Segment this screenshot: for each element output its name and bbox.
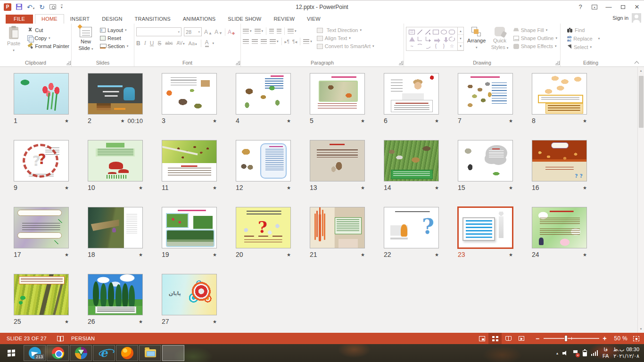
shape-star-icon[interactable]: ☆ [449, 44, 455, 49]
shape-pie-icon[interactable] [449, 37, 455, 41]
minimize-button[interactable]: — [602, 0, 616, 13]
shape-triangle-icon[interactable] [409, 37, 415, 41]
undo-button[interactable]: ↶▾ [27, 3, 34, 11]
shapes-scroll-up-icon[interactable]: ▲ [458, 27, 463, 35]
increase-indent-button[interactable] [277, 29, 281, 34]
font-dialog-launcher-icon[interactable] [236, 61, 240, 65]
find-button[interactable]: Find [567, 27, 600, 33]
slide-thumbnail-18[interactable] [88, 207, 143, 248]
shape-fill-button[interactable]: Shape Fill▾ [513, 27, 557, 33]
layout-button[interactable]: Layout▾ [100, 27, 128, 33]
save-icon[interactable] [16, 4, 22, 10]
slide-thumbnail-12[interactable] [236, 140, 291, 181]
reset-button[interactable]: Reset [100, 35, 128, 41]
shape-brace-right-icon[interactable]: } [441, 44, 447, 49]
text-direction-button[interactable]: Text Direction▾ [317, 27, 374, 33]
animation-star-icon[interactable]: ★ [287, 185, 291, 190]
arrange-button[interactable]: Arrange▾ [466, 25, 487, 50]
cut-button[interactable]: Cut [27, 27, 69, 33]
scrollbar-thumb[interactable] [639, 76, 644, 128]
slide-thumbnail-9[interactable] [14, 140, 69, 181]
font-color-dropdown-icon[interactable]: ▾ [213, 41, 215, 45]
animation-star-icon[interactable]: ★ [65, 118, 69, 123]
help-button[interactable]: ? [573, 0, 587, 13]
shape-brace-left-icon[interactable]: { [433, 44, 439, 49]
slide-thumbnail-1[interactable] [14, 73, 69, 115]
taskbar-app-idm[interactable] [70, 345, 92, 361]
left-to-right-button[interactable]: ▸¶ [285, 39, 289, 44]
character-spacing-button[interactable]: AV▾ [176, 41, 184, 46]
scroll-down-icon[interactable]: ▾ [640, 325, 642, 333]
start-from-beginning-icon[interactable] [50, 4, 56, 9]
close-button[interactable]: × [630, 0, 644, 13]
copy-button[interactable]: Copy▾ [27, 35, 69, 41]
animation-star-icon[interactable]: ★ [361, 185, 365, 190]
shape-oval-icon[interactable] [441, 30, 447, 34]
slide-thumbnail-14[interactable] [384, 140, 439, 181]
animation-star-icon[interactable]: ★ [65, 319, 69, 324]
change-case-button[interactable]: Aa▾ [189, 41, 197, 46]
format-painter-button[interactable]: Format Painter [27, 43, 69, 49]
shape-arc-icon[interactable] [417, 44, 423, 49]
new-slide-button[interactable]: NewSlide ▾ [74, 25, 98, 52]
collapse-ribbon-icon[interactable] [635, 61, 639, 65]
tab-insert[interactable]: INSERT [64, 15, 96, 24]
replace-button[interactable]: abacReplace▾ [567, 35, 600, 42]
slide-thumbnail-19[interactable] [162, 207, 217, 248]
animation-star-icon[interactable]: ★ [583, 118, 587, 123]
animation-star-icon[interactable]: ★ [583, 252, 587, 257]
show-hidden-icons[interactable]: ▴ [556, 351, 558, 355]
shape-elbow-arrow-icon[interactable] [426, 37, 430, 41]
animation-star-icon[interactable]: ★ [65, 252, 69, 257]
shape-arrow-down-icon[interactable] [445, 37, 447, 41]
shape-arrow-right-icon[interactable] [434, 40, 438, 41]
shape-elbow-icon[interactable] [418, 37, 422, 41]
taskbar-app-chrome[interactable] [47, 345, 69, 361]
animation-star-icon[interactable]: ★ [139, 185, 143, 190]
slide-thumbnail-20[interactable] [236, 207, 291, 248]
tab-transitions[interactable]: TRANSITIONS [129, 15, 177, 24]
animation-star-icon[interactable]: ★ [583, 185, 587, 190]
slide-thumbnail-4[interactable] [236, 73, 291, 115]
animation-star-icon[interactable]: ★ [213, 185, 217, 190]
tab-slide-show[interactable]: SLIDE SHOW [222, 15, 267, 24]
animation-star-icon[interactable]: ★ [65, 185, 69, 190]
drawing-dialog-launcher-icon[interactable] [555, 61, 560, 65]
animation-star-icon[interactable]: ★ [435, 185, 439, 190]
shape-scribble-icon[interactable]: ~ [409, 44, 415, 49]
slide-thumbnail-16[interactable] [532, 140, 587, 181]
slide-thumbnail-26[interactable] [88, 274, 143, 315]
spell-check-icon[interactable] [57, 336, 64, 341]
animation-star-icon[interactable]: ★ [213, 118, 217, 123]
fit-to-window-icon[interactable] [633, 336, 639, 341]
justify-button[interactable]: ▾ [270, 39, 279, 44]
font-color-button[interactable]: A [205, 39, 209, 47]
action-center-icon[interactable] [573, 350, 578, 356]
line-spacing-button[interactable]: ▾ [288, 29, 297, 34]
bullets-button[interactable]: ▾ [243, 29, 252, 34]
align-left-button[interactable] [243, 39, 249, 44]
vertical-scrollbar[interactable]: ▴ ▾ [637, 67, 644, 333]
tab-review[interactable]: REVIEW [267, 15, 301, 24]
zoom-slider[interactable] [544, 338, 599, 339]
animation-star-icon[interactable]: ★ [509, 252, 513, 257]
shape-effects-button[interactable]: Shape Effects▾ [513, 43, 557, 49]
slide-thumbnail-11[interactable] [162, 140, 217, 181]
redo-icon[interactable]: ↻ [39, 4, 45, 10]
shapes-scroll-down-icon[interactable]: ▼ [458, 35, 463, 42]
shape-arrow-icon[interactable] [425, 30, 431, 34]
slide-thumbnail-21[interactable] [310, 207, 365, 248]
paragraph-dialog-launcher-icon[interactable] [399, 61, 403, 65]
undo-dropdown-icon[interactable]: ▾ [33, 7, 35, 10]
paste-dropdown-icon[interactable]: ▾ [13, 49, 15, 53]
sign-in[interactable]: Sign in [612, 13, 641, 23]
language-indicator[interactable]: فا FA [603, 346, 609, 360]
restore-button[interactable] [616, 0, 630, 13]
animation-star-icon[interactable]: ★ [139, 319, 143, 324]
tab-home[interactable]: HOME [35, 14, 64, 24]
taskbar-app-firefox[interactable] [116, 345, 138, 361]
decrease-font-size-button[interactable]: A▼ [215, 29, 223, 35]
animation-star-icon[interactable]: ★ [213, 319, 217, 324]
customize-qat-icon[interactable]: ▾ [61, 5, 63, 9]
shape-rect-icon[interactable] [433, 30, 439, 34]
